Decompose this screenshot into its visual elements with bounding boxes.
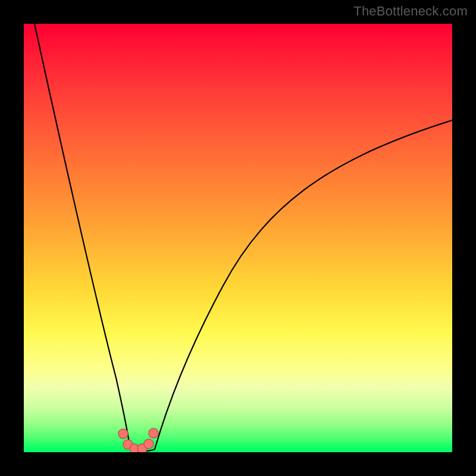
watermark-text: TheBottleneck.com: [353, 4, 468, 19]
curve-right: [155, 120, 452, 449]
marker-dot: [118, 429, 128, 439]
curve-left: [35, 24, 130, 449]
marker-dot: [144, 439, 154, 449]
marker-group: [118, 428, 158, 452]
marker-dot: [149, 428, 158, 438]
plot-area: [24, 24, 452, 452]
curve-group: [35, 24, 452, 451]
chart-container: TheBottleneck.com: [0, 0, 476, 476]
chart-svg: [24, 24, 452, 452]
